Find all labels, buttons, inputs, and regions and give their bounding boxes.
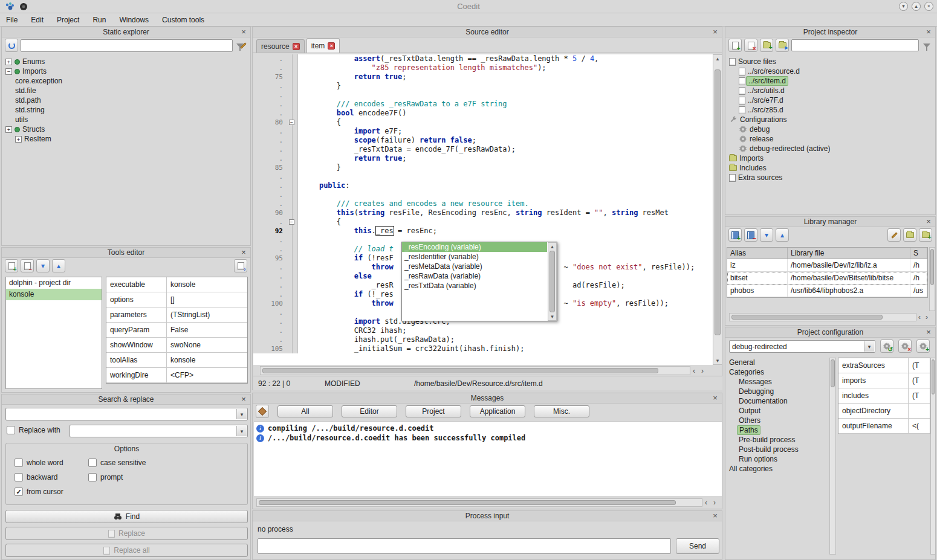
editor-vscrollbar[interactable]: ▴ ▾ [713,54,722,365]
close-panel-icon[interactable]: × [924,327,933,336]
library-hscrollbar[interactable] [729,313,916,321]
add-folder-button[interactable]: + [760,39,773,52]
property-value[interactable]: (TStringList) [167,307,247,322]
tool-remove-button[interactable]: − [21,259,34,272]
code-line[interactable]: 92 this._res = resEnc; [253,227,713,236]
shade-window-icon[interactable]: ▾ [899,2,908,11]
configuration-vscrollbar[interactable] [930,358,936,555]
column-header-s[interactable]: S [910,248,927,259]
code-line[interactable]: . [253,172,713,181]
tree-item-std-path[interactable]: std.path [3,95,249,105]
tree-item-std-file[interactable]: std.file [3,86,249,95]
property-value[interactable]: (T [909,358,930,373]
tree-item-core-exception[interactable]: core.exception [3,76,249,86]
tool-item-dolphin-project-dir[interactable]: dolphin - project dir [6,277,102,289]
filter-icon[interactable] [921,43,932,48]
tree-item-src-resource-d[interactable]: ../src/resource.d [727,66,934,76]
property-row[interactable]: showWindowswoNone [106,338,247,353]
expander-icon[interactable]: − [5,68,12,75]
scroll-left-icon[interactable]: ‹ [918,313,921,321]
chevron-down-icon[interactable]: ▾ [236,409,247,419]
scroll-up-icon[interactable]: ▴ [548,243,556,249]
code-line[interactable]: 75 return true; [253,72,713,82]
tab-resource[interactable]: resource× [256,39,305,53]
property-row[interactable]: toolAliaskonsole [106,353,247,368]
tree-item-extra-sources[interactable]: Extra sources [727,173,934,182]
tree-item-paths[interactable]: Paths [727,425,828,435]
property-value[interactable]: <CFP> [167,368,247,382]
tree-item-post-build-process[interactable]: Post-build process [727,445,828,454]
property-value[interactable]: <( [909,419,930,433]
option-from-cursor[interactable]: ✓from cursor [15,487,63,497]
menu-windows[interactable]: Windows [119,16,149,24]
filter-edit-icon[interactable] [235,43,247,48]
option-case-sensitive[interactable]: case sensitive [88,458,146,468]
scroll-up-icon[interactable]: ▴ [713,56,722,62]
replace-with-checkbox[interactable] [7,426,15,434]
code-line[interactable]: . [253,190,713,199]
tree-item-imports[interactable]: Imports [727,153,934,163]
code-line[interactable]: 80− { [253,118,713,127]
tree-item-configurations[interactable]: Configurations [727,115,934,124]
code-line[interactable]: . return true; [253,154,713,163]
messages-hscrollbar[interactable] [256,498,702,507]
code-line[interactable]: 105 _initialSum = crc322uint(ihash.finis… [253,344,713,353]
tree-item-debug-redirected-active[interactable]: debug-redirected (active) [727,144,934,153]
send-button[interactable]: Send [676,538,719,554]
scroll-right-icon[interactable]: › [701,367,704,375]
minimize-window-icon[interactable]: ▴ [912,2,921,11]
code-line[interactable]: . import e7F; [253,127,713,136]
property-row[interactable]: queryParamFalse [106,323,247,338]
replace-combo[interactable]: ▾ [70,425,248,437]
code-line[interactable]: . "z85 representation length mismatches"… [253,63,713,72]
menu-project[interactable]: Project [57,16,79,24]
property-row[interactable]: includes(T [838,388,930,404]
option-backward[interactable]: backward [15,472,63,482]
property-value[interactable]: [] [167,292,247,307]
property-row[interactable]: imports(T [838,373,930,388]
close-panel-icon[interactable]: × [711,511,719,520]
lib-remove-button[interactable]: − [744,228,757,242]
move-up-button[interactable]: ▴ [776,228,789,242]
code-line[interactable]: 90 this(string resFile, ResEncoding resE… [253,208,713,217]
tree-item-structs[interactable]: +Structs [3,124,249,134]
close-window-icon[interactable]: × [924,2,933,11]
code-line[interactable]: . CRC32 ihash; [253,326,713,335]
close-panel-icon[interactable]: × [239,27,248,36]
open-folder-button[interactable]: ▸ [776,39,789,52]
close-tab-icon[interactable]: × [328,42,335,50]
completion-item[interactable]: _resEncoding (variable) [402,242,547,252]
close-tab-icon[interactable]: × [293,43,300,50]
close-panel-icon[interactable]: × [711,27,719,36]
filter-editor-button[interactable]: Editor [342,405,397,417]
code-line[interactable]: . /// encodes _resRawData to a e7F strin… [253,100,713,109]
scroll-down-icon[interactable]: ▾ [713,358,722,364]
close-panel-icon[interactable]: × [711,393,719,402]
project-filter-input[interactable] [791,39,919,51]
property-value[interactable]: (T [909,373,930,388]
open-lib-button[interactable] [903,228,916,242]
tool-clone-button[interactable]: › [234,259,247,272]
tree-item-debugging[interactable]: Debugging [727,387,828,396]
tree-item-general[interactable]: General [727,358,828,367]
scroll-left-icon[interactable]: ‹ [705,498,707,507]
tree-item-documentation[interactable]: Documentation [727,396,828,406]
tree-item-release[interactable]: release [727,134,934,144]
property-row[interactable]: objectDirectory [838,404,930,419]
library-row-phobos[interactable]: phobos/usr/lib64/libphobos2.a/us [727,285,927,297]
tab-item[interactable]: item× [306,38,340,53]
lib-from-project-button[interactable]: + [919,228,932,242]
categories-vscrollbar[interactable] [829,358,836,555]
tree-item-src-z85-d[interactable]: ../src/z85.d [727,105,934,115]
completion-item[interactable]: _resIdentifier (variable) [402,252,547,262]
edit-lib-button[interactable] [887,228,901,242]
tree-item-src-item-d[interactable]: ../src/item.d [727,76,934,86]
expander-icon[interactable]: + [5,59,12,65]
close-panel-icon[interactable]: × [924,27,933,36]
tree-item-src-e7f-d[interactable]: ../src/e7F.d [727,95,934,105]
tree-item-output[interactable]: Output [727,406,828,416]
process-input-field[interactable] [258,538,671,554]
option-whole-word[interactable]: whole word [15,458,63,468]
menu-file[interactable]: File [6,16,18,24]
menu-custom-tools[interactable]: Custom tools [162,16,204,24]
